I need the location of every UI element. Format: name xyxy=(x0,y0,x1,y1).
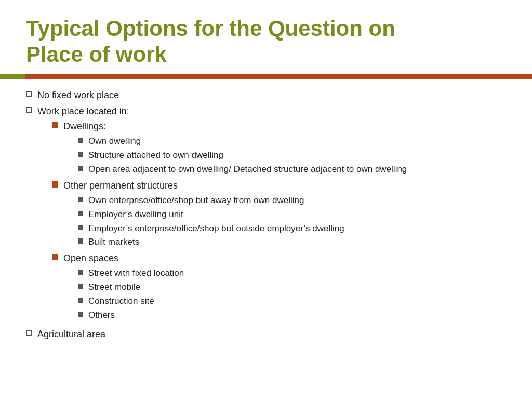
title-area: Typical Options for the Question on Plac… xyxy=(0,0,532,68)
list-item: Street with fixed location xyxy=(78,267,506,280)
title-line2: Place of work xyxy=(26,42,167,66)
content-area: No fixed work place Work place located i… xyxy=(0,79,532,350)
list-item: Own enterprise/office/shop but away from… xyxy=(78,194,506,207)
list-item: No fixed work place xyxy=(26,89,506,102)
bullet-small-icon xyxy=(78,270,83,275)
title-line1: Typical Options for the Question on xyxy=(26,16,395,41)
list-item-text: Employer’s dwelling unit xyxy=(88,208,183,221)
list-item: Dwellings: Own dwelling Structure attach… xyxy=(52,120,506,177)
list-item-text: Street mobile xyxy=(88,281,140,294)
list-item-text: Own dwelling xyxy=(88,135,141,148)
bullet-small-icon xyxy=(78,152,83,157)
bullet-small-icon xyxy=(78,166,83,171)
level3-list: Own enterprise/office/shop but away from… xyxy=(63,194,506,248)
level2-list: Dwellings: Own dwelling Structure attach… xyxy=(37,120,506,323)
bullet-small-icon xyxy=(78,211,83,216)
list-item-text: Open spaces Street with fixed location S… xyxy=(63,252,506,323)
list-item: Construction site xyxy=(78,295,506,308)
list-item: Others xyxy=(78,309,506,322)
slide-title: Typical Options for the Question on Plac… xyxy=(26,16,506,68)
list-item: Open area adjacent to own dwelling/ Deta… xyxy=(78,163,506,176)
list-item: Employer’s enterprise/office/shop but ou… xyxy=(78,222,506,235)
list-item-text: Agricultural area xyxy=(37,328,506,341)
bullet-filled-icon xyxy=(52,122,58,128)
list-item-text: Own enterprise/office/shop but away from… xyxy=(88,194,304,207)
list-item-text: Work place located in: Dwellings: Own d xyxy=(37,105,506,325)
list-item: Employer’s dwelling unit xyxy=(78,208,506,221)
bullet-empty-icon xyxy=(26,330,32,336)
level3-list: Street with fixed location Street mobile… xyxy=(63,267,506,321)
list-item: Own dwelling xyxy=(78,135,506,148)
slide: Typical Options for the Question on Plac… xyxy=(0,0,532,399)
list-item-text: Employer’s enterprise/office/shop but ou… xyxy=(88,222,344,235)
list-item-text: Other permanent structures Own enterpris… xyxy=(63,179,506,250)
level3-list: Own dwelling Structure attached to own d… xyxy=(63,135,506,175)
list-item-text: Open area adjacent to own dwelling/ Deta… xyxy=(88,163,407,176)
bullet-empty-icon xyxy=(26,91,32,97)
bullet-small-icon xyxy=(78,138,83,143)
divider-accent xyxy=(0,74,25,79)
list-item-text: Others xyxy=(88,309,115,322)
list-item: Work place located in: Dwellings: Own d xyxy=(26,105,506,325)
bullet-small-icon xyxy=(78,238,83,244)
bullet-small-icon xyxy=(78,284,83,289)
bullet-filled-icon xyxy=(52,254,58,260)
list-item: Other permanent structures Own enterpris… xyxy=(52,179,506,250)
bullet-small-icon xyxy=(78,298,83,303)
list-item: Street mobile xyxy=(78,281,506,294)
list-item: Built markets xyxy=(78,236,506,248)
list-item: Structure attached to own dwelling xyxy=(78,149,506,162)
list-item-text: No fixed work place xyxy=(37,89,506,102)
divider-bar xyxy=(0,74,532,79)
list-item-text: Dwellings: Own dwelling Structure attach… xyxy=(63,120,506,177)
list-item: Agricultural area xyxy=(26,328,506,341)
list-item: Open spaces Street with fixed location S… xyxy=(52,252,506,323)
bullet-small-icon xyxy=(78,312,83,317)
bullet-small-icon xyxy=(78,197,83,202)
bullet-small-icon xyxy=(78,225,83,230)
bullet-filled-icon xyxy=(52,181,58,188)
list-item-text: Structure attached to own dwelling xyxy=(88,149,223,162)
list-item-text: Street with fixed location xyxy=(88,267,184,280)
list-item-text: Construction site xyxy=(88,295,154,308)
main-list: No fixed work place Work place located i… xyxy=(26,89,506,341)
bullet-empty-icon xyxy=(26,107,32,113)
list-item-text: Built markets xyxy=(88,236,139,248)
